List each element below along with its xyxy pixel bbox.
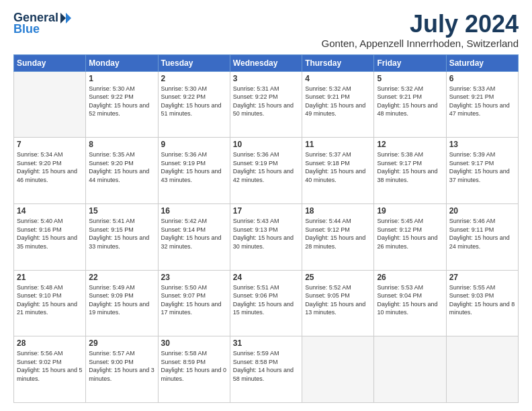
day-number: 3 <box>233 74 299 83</box>
calendar-cell <box>302 336 374 403</box>
day-number: 24 <box>233 273 299 282</box>
day-info: Sunrise: 5:58 AMSunset: 8:59 PMDaylight:… <box>161 349 227 383</box>
header: General Blue July 2024 Gonten, Appenzell… <box>13 11 519 49</box>
day-number: 2 <box>161 74 227 83</box>
calendar-cell: 22Sunrise: 5:49 AMSunset: 9:09 PMDayligh… <box>86 270 158 336</box>
calendar-cell: 31Sunrise: 5:59 AMSunset: 8:58 PMDayligh… <box>230 336 302 403</box>
day-number: 13 <box>449 140 515 149</box>
day-number: 27 <box>449 273 515 282</box>
day-info: Sunrise: 5:35 AMSunset: 9:20 PMDaylight:… <box>89 150 154 184</box>
day-info: Sunrise: 5:56 AMSunset: 9:02 PMDaylight:… <box>17 349 83 383</box>
day-number: 26 <box>377 273 443 282</box>
calendar-cell: 21Sunrise: 5:48 AMSunset: 9:10 PMDayligh… <box>14 270 86 336</box>
day-info: Sunrise: 5:37 AMSunset: 9:18 PMDaylight:… <box>305 150 371 184</box>
calendar-cell: 26Sunrise: 5:53 AMSunset: 9:04 PMDayligh… <box>374 270 446 336</box>
weekday-header-thursday: Thursday <box>302 54 374 71</box>
day-info: Sunrise: 5:36 AMSunset: 9:19 PMDaylight:… <box>161 150 227 184</box>
day-info: Sunrise: 5:32 AMSunset: 9:21 PMDaylight:… <box>305 85 371 118</box>
day-info: Sunrise: 5:53 AMSunset: 9:04 PMDaylight:… <box>377 283 443 317</box>
day-number: 7 <box>17 140 83 149</box>
day-number: 14 <box>17 206 83 216</box>
day-info: Sunrise: 5:55 AMSunset: 9:03 PMDaylight:… <box>449 283 515 317</box>
calendar-cell: 13Sunrise: 5:39 AMSunset: 9:17 PMDayligh… <box>446 138 518 204</box>
month-title: July 2024 <box>321 11 519 38</box>
page: General Blue July 2024 Gonten, Appenzell… <box>0 0 532 411</box>
day-number: 8 <box>89 140 154 149</box>
calendar-cell: 18Sunrise: 5:44 AMSunset: 9:12 PMDayligh… <box>302 203 374 270</box>
calendar-cell: 1Sunrise: 5:30 AMSunset: 9:22 PMDaylight… <box>86 71 158 138</box>
calendar-cell: 30Sunrise: 5:58 AMSunset: 8:59 PMDayligh… <box>158 336 230 403</box>
logo-flag-icon <box>60 12 72 24</box>
day-info: Sunrise: 5:50 AMSunset: 9:07 PMDaylight:… <box>161 283 227 317</box>
day-info: Sunrise: 5:52 AMSunset: 9:05 PMDaylight:… <box>305 283 371 317</box>
day-info: Sunrise: 5:46 AMSunset: 9:11 PMDaylight:… <box>449 217 515 250</box>
day-number: 15 <box>89 206 154 216</box>
day-info: Sunrise: 5:42 AMSunset: 9:14 PMDaylight:… <box>161 217 227 250</box>
day-info: Sunrise: 5:45 AMSunset: 9:12 PMDaylight:… <box>377 217 443 250</box>
day-number: 5 <box>377 74 443 83</box>
day-info: Sunrise: 5:36 AMSunset: 9:19 PMDaylight:… <box>233 150 299 184</box>
calendar-week-3: 14Sunrise: 5:40 AMSunset: 9:16 PMDayligh… <box>14 203 519 270</box>
day-number: 11 <box>305 140 371 149</box>
calendar-cell <box>374 336 446 403</box>
day-number: 25 <box>305 273 371 282</box>
calendar-week-1: 1Sunrise: 5:30 AMSunset: 9:22 PMDaylight… <box>14 71 519 138</box>
calendar-cell: 9Sunrise: 5:36 AMSunset: 9:19 PMDaylight… <box>158 138 230 204</box>
calendar-cell: 17Sunrise: 5:43 AMSunset: 9:13 PMDayligh… <box>230 203 302 270</box>
calendar-cell: 12Sunrise: 5:38 AMSunset: 9:17 PMDayligh… <box>374 138 446 204</box>
day-number: 30 <box>161 338 227 348</box>
weekday-header-sunday: Sunday <box>14 54 86 71</box>
day-info: Sunrise: 5:32 AMSunset: 9:21 PMDaylight:… <box>377 85 443 118</box>
calendar-cell: 27Sunrise: 5:55 AMSunset: 9:03 PMDayligh… <box>446 270 518 336</box>
calendar-week-2: 7Sunrise: 5:34 AMSunset: 9:20 PMDaylight… <box>14 138 519 204</box>
calendar-cell: 2Sunrise: 5:30 AMSunset: 9:22 PMDaylight… <box>158 71 230 138</box>
calendar-cell: 11Sunrise: 5:37 AMSunset: 9:18 PMDayligh… <box>302 138 374 204</box>
calendar-cell: 24Sunrise: 5:51 AMSunset: 9:06 PMDayligh… <box>230 270 302 336</box>
calendar-table: SundayMondayTuesdayWednesdayThursdayFrid… <box>13 54 519 403</box>
calendar-cell: 19Sunrise: 5:45 AMSunset: 9:12 PMDayligh… <box>374 203 446 270</box>
day-number: 6 <box>449 74 515 83</box>
day-info: Sunrise: 5:31 AMSunset: 9:22 PMDaylight:… <box>233 85 299 118</box>
title-block: July 2024 Gonten, Appenzell Innerrhoden,… <box>321 11 519 49</box>
day-number: 28 <box>17 338 83 348</box>
day-info: Sunrise: 5:43 AMSunset: 9:13 PMDaylight:… <box>233 217 299 250</box>
logo-blue: Blue <box>13 22 40 36</box>
day-number: 21 <box>17 273 83 282</box>
day-info: Sunrise: 5:30 AMSunset: 9:22 PMDaylight:… <box>89 85 154 118</box>
calendar-cell: 15Sunrise: 5:41 AMSunset: 9:15 PMDayligh… <box>86 203 158 270</box>
day-info: Sunrise: 5:41 AMSunset: 9:15 PMDaylight:… <box>89 217 154 250</box>
day-number: 17 <box>233 206 299 216</box>
location-title: Gonten, Appenzell Innerrhoden, Switzerla… <box>321 38 519 49</box>
day-number: 18 <box>305 206 371 216</box>
calendar-week-5: 28Sunrise: 5:56 AMSunset: 9:02 PMDayligh… <box>14 336 519 403</box>
day-info: Sunrise: 5:57 AMSunset: 9:00 PMDaylight:… <box>89 349 154 383</box>
weekday-header-friday: Friday <box>374 54 446 71</box>
calendar-cell: 20Sunrise: 5:46 AMSunset: 9:11 PMDayligh… <box>446 203 518 270</box>
calendar-cell: 25Sunrise: 5:52 AMSunset: 9:05 PMDayligh… <box>302 270 374 336</box>
weekday-header-monday: Monday <box>86 54 158 71</box>
calendar-cell: 28Sunrise: 5:56 AMSunset: 9:02 PMDayligh… <box>14 336 86 403</box>
day-info: Sunrise: 5:34 AMSunset: 9:20 PMDaylight:… <box>17 150 83 184</box>
day-number: 10 <box>233 140 299 149</box>
day-info: Sunrise: 5:48 AMSunset: 9:10 PMDaylight:… <box>17 283 83 317</box>
day-info: Sunrise: 5:51 AMSunset: 9:06 PMDaylight:… <box>233 283 299 317</box>
day-info: Sunrise: 5:39 AMSunset: 9:17 PMDaylight:… <box>449 150 515 184</box>
calendar-cell: 29Sunrise: 5:57 AMSunset: 9:00 PMDayligh… <box>86 336 158 403</box>
calendar-cell: 23Sunrise: 5:50 AMSunset: 9:07 PMDayligh… <box>158 270 230 336</box>
calendar-cell: 4Sunrise: 5:32 AMSunset: 9:21 PMDaylight… <box>302 71 374 138</box>
day-number: 31 <box>233 338 299 348</box>
day-number: 12 <box>377 140 443 149</box>
calendar-cell: 6Sunrise: 5:33 AMSunset: 9:21 PMDaylight… <box>446 71 518 138</box>
calendar-cell: 10Sunrise: 5:36 AMSunset: 9:19 PMDayligh… <box>230 138 302 204</box>
day-number: 20 <box>449 206 515 216</box>
day-info: Sunrise: 5:38 AMSunset: 9:17 PMDaylight:… <box>377 150 443 184</box>
calendar-cell: 8Sunrise: 5:35 AMSunset: 9:20 PMDaylight… <box>86 138 158 204</box>
weekday-header-saturday: Saturday <box>446 54 518 71</box>
day-number: 9 <box>161 140 227 149</box>
day-info: Sunrise: 5:30 AMSunset: 9:22 PMDaylight:… <box>161 85 227 118</box>
svg-marker-1 <box>60 13 66 24</box>
day-info: Sunrise: 5:33 AMSunset: 9:21 PMDaylight:… <box>449 85 515 118</box>
day-number: 23 <box>161 273 227 282</box>
day-info: Sunrise: 5:59 AMSunset: 8:58 PMDaylight:… <box>233 349 299 383</box>
day-number: 19 <box>377 206 443 216</box>
